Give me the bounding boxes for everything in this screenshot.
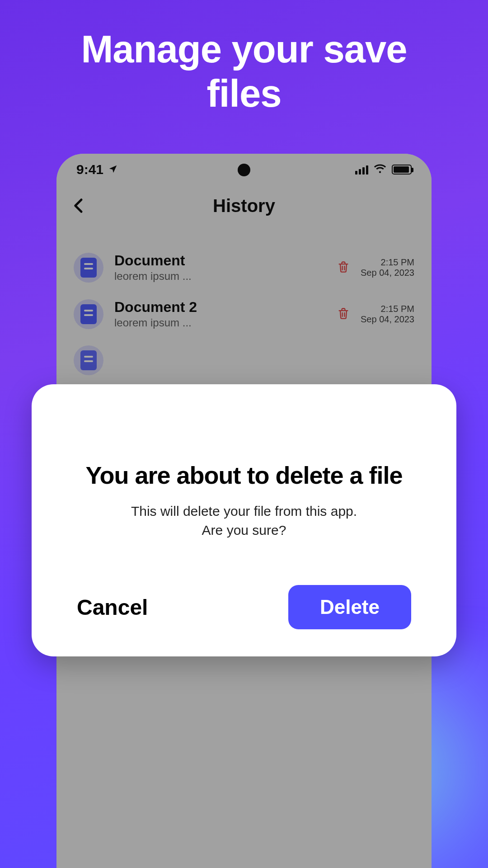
wifi-icon <box>374 162 386 177</box>
document-icon <box>74 345 103 375</box>
cellular-icon <box>355 165 368 175</box>
file-title: Document <box>114 252 326 269</box>
back-button[interactable] <box>70 197 88 215</box>
file-time: 2:15 PM <box>361 304 414 314</box>
nav-header: History <box>56 185 432 226</box>
status-time: 9:41 <box>76 162 103 177</box>
delete-confirm-dialog: You are about to delete a file This will… <box>32 384 456 656</box>
delete-button[interactable]: Delete <box>288 585 411 629</box>
file-subtitle: leorem ipsum ... <box>114 316 326 329</box>
list-item-text: Document 2 leorem ipsum ... <box>114 299 326 329</box>
file-meta: 2:15 PM Sep 04, 2023 <box>361 304 414 325</box>
file-list: Document leorem ipsum ... 2:15 PM Sep 04… <box>56 226 432 383</box>
file-date: Sep 04, 2023 <box>361 268 414 278</box>
promo-title: Manage your save files <box>0 27 488 116</box>
document-icon <box>74 299 103 329</box>
list-item-text: Document leorem ipsum ... <box>114 252 326 283</box>
file-date: Sep 04, 2023 <box>361 314 414 325</box>
dialog-body-line2: Are you sure? <box>202 523 286 538</box>
file-subtitle: leorem ipsum ... <box>114 270 326 283</box>
dialog-actions: Cancel Delete <box>63 585 425 629</box>
location-icon <box>108 162 118 177</box>
delete-file-button[interactable] <box>337 260 350 275</box>
page-title: History <box>213 196 275 216</box>
promo-title-line1: Manage your save <box>81 28 407 71</box>
file-title: Document 2 <box>114 299 326 316</box>
list-item[interactable]: Document 2 leorem ipsum ... 2:15 PM Sep … <box>70 291 418 337</box>
document-icon <box>74 253 103 283</box>
list-item[interactable] <box>70 337 418 383</box>
list-item[interactable]: Document leorem ipsum ... 2:15 PM Sep 04… <box>70 244 418 291</box>
delete-file-button[interactable] <box>337 307 350 322</box>
camera-dot <box>238 164 250 176</box>
status-right <box>355 162 412 177</box>
status-left: 9:41 <box>76 162 118 177</box>
battery-icon <box>392 165 412 175</box>
dialog-body-line1: This will delete your file from this app… <box>131 504 357 519</box>
promo-title-line2: files <box>206 72 281 115</box>
file-time: 2:15 PM <box>361 257 414 268</box>
dialog-body: This will delete your file from this app… <box>63 502 425 540</box>
file-meta: 2:15 PM Sep 04, 2023 <box>361 257 414 278</box>
cancel-button[interactable]: Cancel <box>77 595 148 620</box>
status-bar: 9:41 <box>56 154 432 185</box>
dialog-title: You are about to delete a file <box>63 461 425 489</box>
